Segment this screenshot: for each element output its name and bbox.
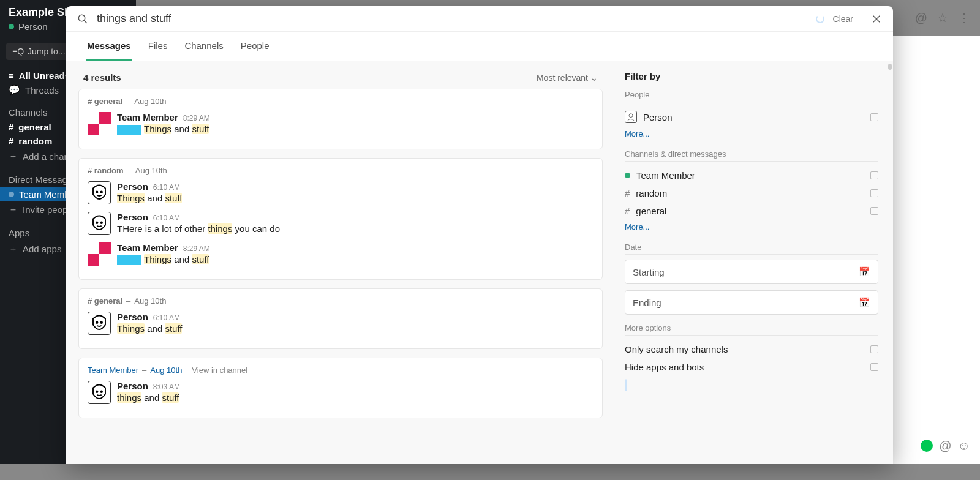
search-result-card[interactable]: # general–Aug 10thPerson6:10 AMThings an… <box>78 288 603 349</box>
hash-icon: # <box>625 188 630 198</box>
tab-channels[interactable]: Channels <box>183 32 224 61</box>
avatar <box>88 212 111 235</box>
filter-channels-more[interactable]: More... <box>625 220 878 234</box>
message-author: Team Member <box>117 242 178 253</box>
message-author: Person <box>117 212 148 222</box>
result-channel[interactable]: # general <box>88 97 123 106</box>
message-author: Person <box>117 312 148 322</box>
avatar <box>625 111 637 123</box>
filter-hide-bots[interactable]: Hide apps and bots <box>625 358 878 376</box>
checkbox[interactable] <box>870 113 878 121</box>
filter-opt-label: Hide apps and bots <box>625 362 704 372</box>
filter-channel[interactable]: #random <box>625 184 878 202</box>
grammarly-icon[interactable] <box>921 440 933 452</box>
threads-label: Threads <box>25 85 59 96</box>
svg-line-1 <box>84 20 87 23</box>
result-source[interactable]: Team Member <box>88 366 138 375</box>
date-starting[interactable]: Starting 📅 <box>625 260 878 284</box>
threads-icon: 💬 <box>9 84 20 96</box>
emoji-icon[interactable]: ☺ <box>958 439 970 453</box>
filter-people-label: People <box>625 90 878 102</box>
star-icon[interactable]: ☆ <box>937 10 948 25</box>
jump-to-label: Jump to... <box>28 47 65 56</box>
hash-icon: # <box>9 122 13 132</box>
date-ending-label: Ending <box>633 298 662 308</box>
search-result-card[interactable]: # random–Aug 10thPerson6:10 AMThings and… <box>78 158 603 280</box>
unreads-icon: ≡ <box>9 70 14 81</box>
view-in-channel[interactable]: View in channel <box>192 366 247 375</box>
message-time: 6:10 AM <box>153 183 180 192</box>
filter-people-more[interactable]: More... <box>625 127 878 141</box>
divider <box>862 13 862 25</box>
svg-point-9 <box>101 322 103 324</box>
filter-channel[interactable]: #general <box>625 202 878 220</box>
message[interactable]: Team Member8:29 AMThings and stuff <box>88 110 594 140</box>
mention-icon[interactable]: @ <box>939 439 951 453</box>
filter-channel-name: general <box>636 206 666 216</box>
dm-label: Team Memb <box>19 189 70 200</box>
search-input[interactable] <box>97 12 807 25</box>
filter-channel-name: Team Member <box>636 170 695 181</box>
message-body: Things and stuff <box>117 193 182 203</box>
svg-point-10 <box>96 391 98 393</box>
message-body: THere is a lot of other things you can d… <box>117 223 280 234</box>
message-author: Team Member <box>117 112 178 122</box>
hash-icon: # <box>9 136 13 146</box>
search-result-card[interactable]: Team Member–Aug 10thView in channelPerso… <box>78 358 603 418</box>
message[interactable]: Person6:10 AMThings and stuff <box>88 309 594 340</box>
current-user: Person <box>18 21 48 32</box>
svg-point-12 <box>629 114 633 118</box>
message-body: things and stuff <box>117 392 180 403</box>
result-date: Aug 10th <box>134 97 166 106</box>
search-result-card[interactable]: # general–Aug 10thTeam Member8:29 AMThin… <box>78 89 603 149</box>
message-time: 8:29 AM <box>183 244 210 253</box>
kebab-icon[interactable]: ⋮ <box>958 10 970 25</box>
checkbox[interactable] <box>870 171 878 179</box>
svg-point-7 <box>101 222 103 224</box>
result-date[interactable]: Aug 10th <box>150 366 182 375</box>
message[interactable]: Person6:10 AMTHere is a lot of other thi… <box>88 209 594 240</box>
date-ending[interactable]: Ending 📅 <box>625 290 878 315</box>
checkbox[interactable] <box>870 207 878 215</box>
checkbox[interactable] <box>870 189 878 197</box>
svg-point-5 <box>101 192 103 193</box>
filter-person-name: Person <box>643 112 673 122</box>
avatar <box>88 242 111 266</box>
plus-icon: ＋ <box>9 204 18 216</box>
message-time: 8:03 AM <box>153 383 180 391</box>
jump-icon: ≡Q <box>12 47 24 56</box>
sort-select[interactable]: Most relevant ⌄ <box>537 73 598 83</box>
message[interactable]: Person8:03 AMthings and stuff <box>88 378 594 409</box>
search-icon <box>77 13 88 24</box>
svg-point-8 <box>96 322 98 324</box>
presence-icon <box>9 24 14 29</box>
scrollbar[interactable] <box>888 64 892 70</box>
filter-only-my-channels[interactable]: Only search my channels <box>625 340 878 358</box>
tab-files[interactable]: Files <box>147 32 169 61</box>
plus-icon: ＋ <box>9 151 18 162</box>
checkbox[interactable] <box>870 345 878 353</box>
tab-messages[interactable]: Messages <box>86 32 132 61</box>
avatar <box>88 181 111 204</box>
result-channel[interactable]: # general <box>88 296 123 306</box>
message[interactable]: Person6:10 AMThings and stuff <box>88 179 594 209</box>
result-date: Aug 10th <box>134 296 166 306</box>
result-channel[interactable]: # random <box>88 166 124 175</box>
plus-icon: ＋ <box>9 243 18 255</box>
message-body: Things and stuff <box>117 254 210 265</box>
all-unreads-label: All Unreads <box>19 70 70 81</box>
filter-person[interactable]: Person <box>625 107 878 127</box>
message[interactable]: Team Member8:29 AMThings and stuff <box>88 240 594 271</box>
message-time: 6:10 AM <box>153 214 180 222</box>
tab-people[interactable]: People <box>239 32 271 61</box>
loading-spinner-icon <box>816 15 824 23</box>
svg-point-6 <box>96 222 98 224</box>
mention-icon[interactable]: @ <box>915 11 927 25</box>
checkbox[interactable] <box>870 363 878 371</box>
filter-channel-name: random <box>636 188 667 198</box>
clear-button[interactable]: Clear <box>833 14 853 24</box>
calendar-icon: 📅 <box>859 266 870 277</box>
svg-point-0 <box>78 15 85 21</box>
close-button[interactable] <box>871 13 882 24</box>
filter-channel[interactable]: Team Member <box>625 167 878 184</box>
